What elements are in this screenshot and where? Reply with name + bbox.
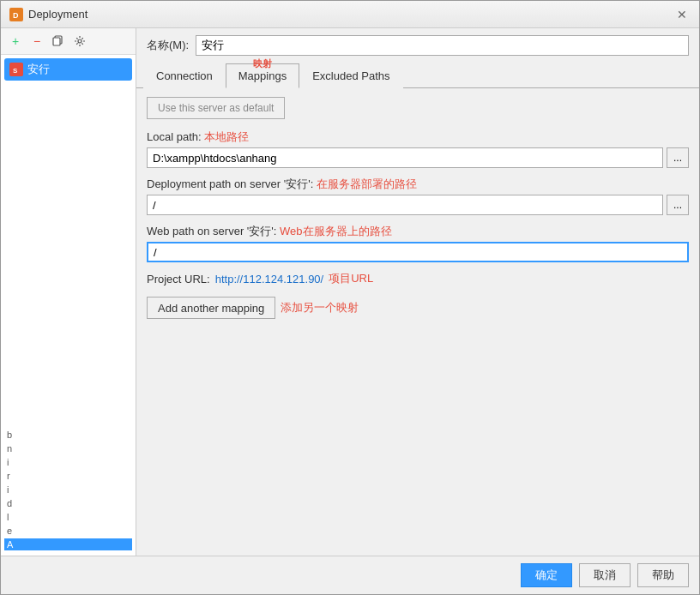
deployment-path-row: ... bbox=[147, 195, 689, 215]
local-path-input[interactable] bbox=[147, 147, 663, 168]
local-path-group: Local path: 本地路径 ... bbox=[147, 129, 689, 168]
name-row: 名称(M): bbox=[136, 28, 699, 63]
svg-point-4 bbox=[78, 39, 81, 43]
tree-item-label: 安行 bbox=[27, 62, 50, 77]
remove-server-button[interactable]: − bbox=[27, 32, 46, 51]
right-panel: 名称(M): Connection Mappings 映射 Excluded P… bbox=[136, 28, 699, 556]
add-mapping-hint: 添加另一个映射 bbox=[281, 300, 359, 316]
add-mapping-button[interactable]: Add another mapping bbox=[147, 297, 275, 319]
hint-i: i bbox=[4, 456, 132, 468]
close-button[interactable]: ✕ bbox=[673, 6, 691, 23]
hint-d: d bbox=[4, 497, 132, 509]
tab-excluded-paths[interactable]: Excluded Paths bbox=[299, 63, 402, 88]
local-path-browse-button[interactable]: ... bbox=[667, 147, 689, 168]
web-path-group: Web path on server '安行': Web在服务器上的路径 bbox=[147, 224, 689, 262]
use-default-button[interactable]: Use this server as default bbox=[147, 97, 285, 119]
deployment-path-input[interactable] bbox=[147, 195, 663, 215]
title-bar-left: D Deployment bbox=[9, 8, 88, 21]
tab-mappings-badge: 映射 bbox=[253, 57, 272, 70]
project-url-label: Project URL: bbox=[147, 273, 210, 285]
local-path-row: ... bbox=[147, 147, 689, 168]
cancel-button[interactable]: 取消 bbox=[579, 563, 631, 587]
tabs-container: Connection Mappings 映射 Excluded Paths bbox=[136, 63, 699, 88]
local-path-hint: 本地路径 bbox=[204, 130, 249, 143]
tree-item-anхang[interactable]: S 安行 bbox=[4, 58, 132, 81]
deployment-path-browse-button[interactable]: ... bbox=[667, 195, 689, 215]
ok-button[interactable]: 确定 bbox=[521, 563, 572, 587]
dialog-title: Deployment bbox=[28, 8, 88, 21]
project-url-link[interactable]: http://112.124.121.90/ bbox=[215, 273, 324, 285]
hint-l: l bbox=[4, 511, 132, 523]
deployment-path-hint: 在服务器部署的路径 bbox=[317, 177, 417, 190]
web-path-label: Web path on server '安行': Web在服务器上的路径 bbox=[147, 224, 689, 239]
title-bar: D Deployment ✕ bbox=[1, 1, 699, 28]
server-icon: S bbox=[9, 63, 23, 76]
tab-mappings[interactable]: Mappings 映射 bbox=[226, 63, 299, 88]
app-icon: D bbox=[9, 8, 23, 21]
local-path-label: Local path: 本地路径 bbox=[147, 129, 689, 145]
copy-server-button[interactable] bbox=[49, 32, 68, 51]
left-hints-area: S 安行 b n i r i d l e A bbox=[1, 55, 136, 556]
hint-n: n bbox=[4, 442, 132, 454]
add-mapping-row: Add another mapping 添加另一个映射 bbox=[147, 297, 689, 319]
left-tree: S 安行 bbox=[1, 55, 136, 424]
config-server-button[interactable] bbox=[70, 32, 89, 51]
content-area: Use this server as default Local path: 本… bbox=[136, 88, 699, 556]
hint-e: e bbox=[4, 525, 132, 537]
web-path-row bbox=[147, 242, 689, 262]
svg-text:S: S bbox=[13, 67, 18, 75]
tab-connection[interactable]: Connection bbox=[143, 63, 226, 88]
add-server-button[interactable]: + bbox=[6, 32, 25, 51]
project-url-hint: 项目URL bbox=[329, 271, 373, 286]
hint-b: b bbox=[4, 429, 132, 441]
name-input[interactable] bbox=[196, 35, 689, 56]
code-hints: b n i r i d l e A bbox=[1, 424, 136, 556]
left-toolbar: + − bbox=[1, 28, 136, 55]
hint-a: A bbox=[4, 538, 132, 550]
dialog-body: + − bbox=[1, 28, 699, 556]
bottom-bar: 确定 取消 帮助 bbox=[1, 556, 699, 594]
web-path-input[interactable] bbox=[147, 242, 689, 262]
help-button[interactable]: 帮助 bbox=[637, 563, 689, 587]
deployment-dialog: D Deployment ✕ + − bbox=[0, 0, 700, 595]
hint-r: r bbox=[4, 470, 132, 482]
deployment-path-label: Deployment path on server '安行': 在服务器部署的路… bbox=[147, 177, 689, 192]
svg-text:D: D bbox=[13, 11, 19, 20]
web-path-hint: Web在服务器上的路径 bbox=[280, 225, 392, 237]
svg-rect-3 bbox=[53, 38, 60, 45]
left-panel: + − bbox=[1, 28, 136, 556]
project-url-row: Project URL: http://112.124.121.90/ 项目UR… bbox=[147, 271, 689, 286]
name-label: 名称(M): bbox=[147, 38, 189, 53]
hint-i2: i bbox=[4, 484, 132, 496]
deployment-path-group: Deployment path on server '安行': 在服务器部署的路… bbox=[147, 177, 689, 215]
